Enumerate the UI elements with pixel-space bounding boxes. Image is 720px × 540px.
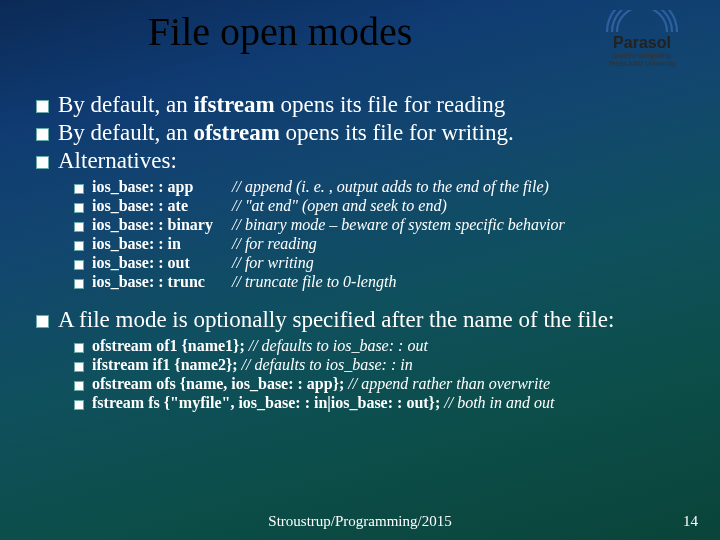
bullet-ofstream: By default, an ofstream opens its file f… — [30, 120, 700, 146]
examples-list: ofstream of1 {name1}; // defaults to ios… — [70, 337, 700, 412]
mode-item: ios_base: : in// for reading — [70, 235, 700, 253]
mode-item: ios_base: : trunc// truncate file to 0-l… — [70, 273, 700, 291]
mode-comment: // append (i. e. , output adds to the en… — [232, 178, 549, 195]
mode-name: ios_base: : binary — [92, 216, 232, 234]
text: By default, an — [58, 92, 193, 117]
mode-comment: // for reading — [232, 235, 317, 252]
logo-brand: Parasol — [582, 34, 702, 52]
example-code: ofstream ofs {name, ios_base: : app}; — [92, 375, 348, 392]
bullet-alternatives: Alternatives: — [30, 148, 700, 174]
text: By default, an — [58, 120, 193, 145]
mode-comment: // binary mode – beware of system specif… — [232, 216, 565, 233]
example-code: ifstream if1 {name2}; — [92, 356, 242, 373]
example-item: ofstream of1 {name1}; // defaults to ios… — [70, 337, 700, 355]
text: opens its file for reading — [275, 92, 506, 117]
modes-list: ios_base: : app// append (i. e. , output… — [70, 178, 700, 291]
mode-name: ios_base: : ate — [92, 197, 232, 215]
mode-item: ios_base: : ate// "at end" (open and see… — [70, 197, 700, 215]
example-code: ofstream of1 {name1}; — [92, 337, 249, 354]
mode-comment: // truncate file to 0-length — [232, 273, 396, 290]
content-area: By default, an ifstream opens its file f… — [30, 90, 700, 416]
mode-comment: // "at end" (open and seek to end) — [232, 197, 447, 214]
text-bold: ofstream — [193, 120, 279, 145]
slide-title: File open modes — [0, 8, 560, 55]
footer-attribution: Stroustrup/Programming/2015 — [0, 513, 720, 530]
bullet-ifstream: By default, an ifstream opens its file f… — [30, 92, 700, 118]
example-item: fstream fs {"myfile", ios_base: : in|ios… — [70, 394, 700, 412]
mode-name: ios_base: : out — [92, 254, 232, 272]
logo-tag2: Texas A&M University — [582, 60, 702, 68]
example-code: fstream fs {"myfile", ios_base: : in|ios… — [92, 394, 444, 411]
mode-name: ios_base: : trunc — [92, 273, 232, 291]
example-comment: // both in and out — [444, 394, 554, 411]
example-comment: // defaults to ios_base: : out — [249, 337, 428, 354]
logo-tag1: Smarter computing. — [582, 52, 702, 60]
mode-item: ios_base: : binary// binary mode – bewar… — [70, 216, 700, 234]
example-item: ifstream if1 {name2}; // defaults to ios… — [70, 356, 700, 374]
example-comment: // append rather than overwrite — [348, 375, 550, 392]
mode-comment: // for writing — [232, 254, 314, 271]
text-bold: ifstream — [193, 92, 274, 117]
bullet-file-mode: A file mode is optionally specified afte… — [30, 307, 700, 333]
example-comment: // defaults to ios_base: : in — [242, 356, 413, 373]
mode-name: ios_base: : in — [92, 235, 232, 253]
page-number: 14 — [683, 513, 698, 530]
example-item: ofstream ofs {name, ios_base: : app}; //… — [70, 375, 700, 393]
mode-item: ios_base: : out// for writing — [70, 254, 700, 272]
logo-block: Parasol Smarter computing. Texas A&M Uni… — [582, 10, 702, 67]
parasol-arc-icon — [602, 10, 682, 36]
spacer — [30, 295, 700, 305]
text: opens its file for writing. — [280, 120, 514, 145]
slide: File open modes Parasol Smarter computin… — [0, 0, 720, 540]
mode-item: ios_base: : app// append (i. e. , output… — [70, 178, 700, 196]
mode-name: ios_base: : app — [92, 178, 232, 196]
